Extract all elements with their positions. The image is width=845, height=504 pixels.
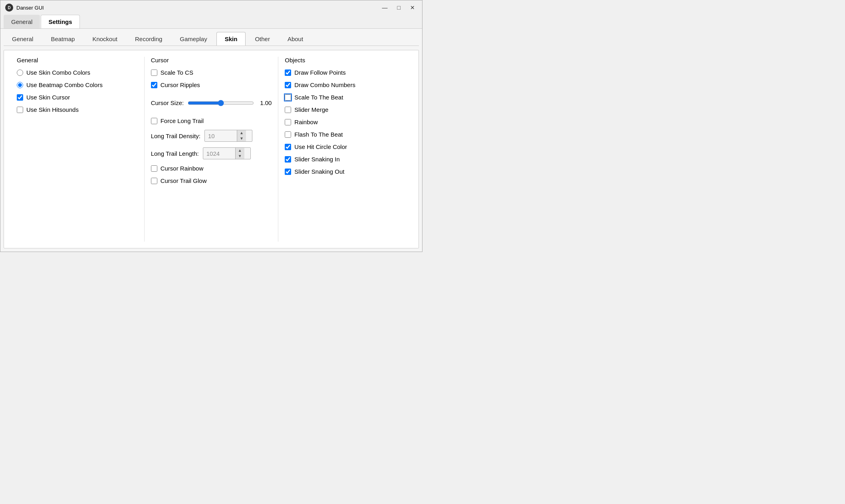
radio-use-beatmap-combo-colors[interactable] [17,82,23,88]
checkbox-slider-snaking-out[interactable] [285,169,291,175]
option-cursor-rainbow: Cursor Rainbow [151,165,272,172]
title-bar-left: D Danser GUI [5,4,44,12]
label-use-beatmap-combo-colors: Use Beatmap Combo Colors [26,81,103,88]
label-use-skin-combo-colors: Use Skin Combo Colors [26,69,90,76]
long-trail-length-row: Long Trail Length: ▲ ▼ [151,147,272,159]
title-bar-controls: — □ ✕ [380,4,417,11]
long-trail-length-down[interactable]: ▼ [236,153,244,159]
label-flash-to-beat: Flash To The Beat [294,131,343,138]
checkbox-scale-to-cs[interactable] [151,69,157,76]
label-rainbow: Rainbow [294,119,317,125]
checkbox-cursor-ripples[interactable] [151,82,157,88]
sub-tab-knockout[interactable]: Knockout [84,32,126,46]
panel-general-title: General [17,57,138,63]
checkbox-use-skin-cursor[interactable] [17,94,23,101]
long-trail-length-input[interactable] [203,149,235,159]
top-tab-general[interactable]: General [4,15,40,28]
maximize-button[interactable]: □ [395,4,403,11]
label-force-long-trail: Force Long Trail [161,117,204,124]
checkbox-scale-to-beat[interactable] [285,94,291,101]
panel-objects: Objects Draw Follow Points Draw Combo Nu… [278,57,412,242]
label-slider-snaking-in: Slider Snaking In [294,156,339,163]
top-tab-bar: General Settings [0,15,422,29]
cursor-size-slider[interactable] [188,100,254,106]
option-scale-to-beat: Scale To The Beat [285,94,406,101]
option-use-beatmap-combo-colors: Use Beatmap Combo Colors [17,81,138,88]
option-rainbow: Rainbow [285,119,406,125]
option-use-skin-cursor: Use Skin Cursor [17,94,138,101]
sub-tab-bar: General Beatmap Knockout Recording Gamep… [4,32,419,46]
option-slider-merge: Slider Merge [285,106,406,113]
option-slider-snaking-in: Slider Snaking In [285,156,406,163]
radio-use-skin-combo-colors[interactable] [17,69,23,76]
panel-general: General Use Skin Combo Colors Use Beatma… [10,57,145,242]
option-draw-combo-numbers: Draw Combo Numbers [285,81,406,88]
label-cursor-ripples: Cursor Ripples [161,81,200,88]
panel-cursor-title: Cursor [151,57,272,63]
long-trail-density-row: Long Trail Density: ▲ ▼ [151,130,272,142]
label-use-skin-hitsounds: Use Skin Hitsounds [26,106,79,113]
long-trail-density-input[interactable] [205,131,237,141]
long-trail-density-spinbox: ▲ ▼ [204,130,252,142]
minimize-button[interactable]: — [380,4,390,11]
label-use-hit-circle-color: Use Hit Circle Color [294,143,347,150]
checkbox-draw-combo-numbers[interactable] [285,82,291,88]
long-trail-density-up[interactable]: ▲ [237,130,246,136]
checkbox-slider-snaking-in[interactable] [285,156,291,163]
sub-tab-gameplay[interactable]: Gameplay [171,32,215,46]
option-draw-follow-points: Draw Follow Points [285,69,406,76]
option-cursor-trail-glow: Cursor Trail Glow [151,177,272,184]
window-title: Danser GUI [16,5,44,11]
sub-tab-about[interactable]: About [279,32,311,46]
checkbox-force-long-trail[interactable] [151,118,157,124]
cursor-size-label: Cursor Size: [151,99,184,106]
label-draw-follow-points: Draw Follow Points [294,69,345,76]
checkbox-use-skin-hitsounds[interactable] [17,107,23,113]
option-cursor-ripples: Cursor Ripples [151,81,272,88]
long-trail-length-up[interactable]: ▲ [236,148,244,153]
label-slider-merge: Slider Merge [294,106,328,113]
main-window: D Danser GUI — □ ✕ General Settings Gene… [0,0,422,252]
option-slider-snaking-out: Slider Snaking Out [285,168,406,175]
label-scale-to-beat: Scale To The Beat [294,94,343,101]
main-content: General Beatmap Knockout Recording Gamep… [0,29,422,252]
long-trail-density-label: Long Trail Density: [151,133,200,139]
panel-cursor: Cursor Scale To CS Cursor Ripples Curs [145,57,279,242]
option-flash-to-beat: Flash To The Beat [285,131,406,138]
app-icon: D [5,4,13,12]
long-trail-density-btns: ▲ ▼ [237,130,246,141]
label-cursor-rainbow: Cursor Rainbow [161,165,204,172]
long-trail-length-btns: ▲ ▼ [235,148,244,159]
long-trail-length-spinbox: ▲ ▼ [203,147,251,159]
label-use-skin-cursor: Use Skin Cursor [26,94,70,101]
sub-tab-skin[interactable]: Skin [216,32,246,46]
close-button[interactable]: ✕ [408,4,417,11]
cursor-size-row: Cursor Size: 1.00 [151,99,272,106]
top-tab-settings[interactable]: Settings [41,15,79,28]
sub-tab-general[interactable]: General [4,32,42,46]
cursor-size-slider-wrapper: 1.00 [188,99,272,106]
option-use-skin-hitsounds: Use Skin Hitsounds [17,106,138,113]
checkbox-cursor-rainbow[interactable] [151,165,157,172]
sub-tab-other[interactable]: Other [246,32,278,46]
label-cursor-trail-glow: Cursor Trail Glow [161,177,207,184]
checkbox-draw-follow-points[interactable] [285,69,291,76]
sub-tab-beatmap[interactable]: Beatmap [42,32,83,46]
long-trail-density-down[interactable]: ▼ [237,136,246,141]
checkbox-use-hit-circle-color[interactable] [285,144,291,150]
checkbox-slider-merge[interactable] [285,107,291,113]
title-bar: D Danser GUI — □ ✕ [0,0,422,15]
long-trail-length-label: Long Trail Length: [151,150,199,157]
content-area: General Use Skin Combo Colors Use Beatma… [4,50,419,248]
sub-tab-recording[interactable]: Recording [127,32,171,46]
label-scale-to-cs: Scale To CS [161,69,193,76]
option-force-long-trail: Force Long Trail [151,117,272,124]
checkbox-rainbow[interactable] [285,119,291,125]
option-use-skin-combo-colors: Use Skin Combo Colors [17,69,138,76]
label-slider-snaking-out: Slider Snaking Out [294,168,344,175]
option-use-hit-circle-color: Use Hit Circle Color [285,143,406,150]
checkbox-cursor-trail-glow[interactable] [151,178,157,184]
cursor-size-value: 1.00 [257,99,272,106]
checkbox-flash-to-beat[interactable] [285,131,291,138]
label-draw-combo-numbers: Draw Combo Numbers [294,81,355,88]
